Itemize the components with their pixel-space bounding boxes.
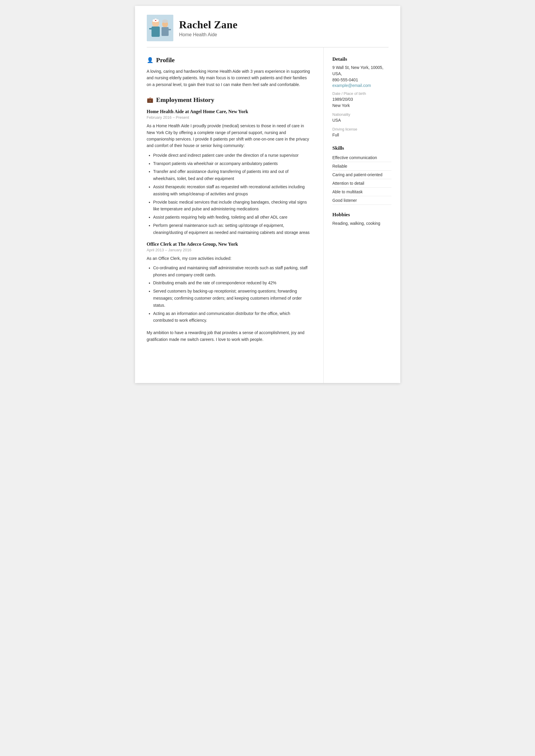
employment-icon: 💼 (147, 96, 153, 103)
resume-document: Rachel Zane Home Health Aide 👤 Profile A… (135, 6, 400, 383)
main-content: 👤 Profile A loving, caring and hardworki… (135, 47, 400, 383)
job-bullets-2: Co-ordinating and maintaining staff admi… (147, 265, 312, 324)
hobbies-text: Reading, walking, cooking (332, 220, 391, 227)
right-column: Details 9 Wall St, New York, 10005, USA,… (324, 47, 400, 383)
bullet-item: Served customers by backing-up reception… (153, 288, 312, 309)
license-value: Full (332, 132, 391, 138)
bullet-item: Provide basic medical services that incl… (153, 199, 312, 213)
svg-point-9 (162, 19, 168, 23)
employment-section-header: 💼 Employment History (147, 96, 312, 104)
resume-job-title: Home Health Aide (179, 32, 238, 38)
skills-section-title: Skills (332, 145, 391, 151)
birth-date: 1989/20/03 (332, 96, 391, 102)
nationality-value: USA (332, 117, 391, 123)
skill-item: Reliable (332, 162, 391, 171)
license-label: Driving license (332, 127, 391, 131)
profile-icon: 👤 (147, 57, 153, 63)
bullet-item: Assist patients requiring help with feed… (153, 214, 312, 221)
detail-phone: 890-555-0401 (332, 77, 391, 83)
skill-item: Attention to detail (332, 179, 391, 188)
svg-rect-10 (149, 28, 152, 29)
bullet-item: Transfer and offer assistance during tra… (153, 168, 312, 182)
employment-section-title: Employment History (156, 96, 214, 104)
birth-label: Date / Place of birth (332, 91, 391, 96)
skill-item: Able to multitask (332, 188, 391, 196)
profile-text: A loving, caring and hardworking Home He… (147, 68, 312, 88)
bullet-item: Transport patients via wheelchair or acc… (153, 160, 312, 167)
job-description-1: As a Home Health Aide I proudly provide … (147, 122, 312, 149)
detail-email: example@email.com (332, 83, 391, 88)
header-info: Rachel Zane Home Health Aide (179, 18, 238, 38)
closing-text: My ambition to have a rewarding job that… (147, 329, 312, 343)
svg-rect-11 (168, 29, 171, 30)
nationality-label: Nationality (332, 112, 391, 117)
skill-item: Caring and patient-oriented (332, 171, 391, 179)
bullet-item: Provide direct and indirect patient care… (153, 152, 312, 159)
svg-rect-6 (155, 20, 156, 21)
details-section-title: Details (332, 56, 391, 62)
detail-address: 9 Wall St, New York, 10005, USA, (332, 65, 391, 77)
job-entry-2: Office Clerk at The Adecco Group, New Yo… (147, 242, 312, 324)
job-dates-2: April 2013 – January 2016 (147, 248, 312, 252)
skill-item: Effective communication (332, 153, 391, 162)
svg-rect-8 (161, 27, 169, 36)
bullet-item: Assist therapeutic recreation staff as r… (153, 183, 312, 198)
job-entry-1: Home Health Aide at Angel Home Care, New… (147, 109, 312, 236)
svg-rect-3 (152, 27, 160, 37)
resume-header: Rachel Zane Home Health Aide (135, 6, 400, 47)
job-dates-1: February 2016 – Present (147, 115, 312, 120)
job-title-1: Home Health Aide at Angel Home Care, New… (147, 109, 312, 114)
avatar (147, 15, 173, 41)
birth-place: New York (332, 102, 391, 109)
profile-section-header: 👤 Profile (147, 56, 312, 64)
resume-name: Rachel Zane (179, 18, 238, 31)
hobbies-section-title: Hobbies (332, 212, 391, 218)
bullet-item: Co-ordinating and maintaining staff admi… (153, 265, 312, 279)
job-bullets-1: Provide direct and indirect patient care… (147, 152, 312, 236)
bullet-item: Distributing emails and the rate of corr… (153, 280, 312, 287)
job-title-2: Office Clerk at The Adecco Group, New Yo… (147, 242, 312, 247)
bullet-item: Acting as an information and communicati… (153, 310, 312, 324)
profile-section-title: Profile (156, 56, 175, 64)
skill-item: Good listener (332, 196, 391, 205)
left-column: 👤 Profile A loving, caring and hardworki… (135, 47, 324, 383)
bullet-item: Perform general maintenance such as: set… (153, 222, 312, 236)
job-description-2: As an Office Clerk, my core activities i… (147, 255, 312, 262)
